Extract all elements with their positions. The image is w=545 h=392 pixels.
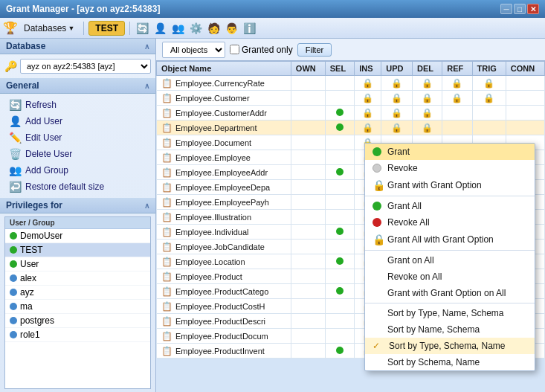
cell-sel[interactable] — [325, 225, 355, 240]
cell-own[interactable] — [291, 180, 325, 195]
ctx-grant-option[interactable]: 🔒 Grant with Grant Option — [365, 176, 535, 194]
cell-own[interactable] — [291, 314, 325, 329]
privileges-collapse-icon[interactable]: ∧ — [144, 202, 149, 210]
cell-upd[interactable]: 🔒 — [381, 106, 413, 121]
filter-button[interactable]: Filter — [297, 43, 332, 57]
cell-sel[interactable] — [325, 284, 355, 299]
cell-del[interactable]: 🔒 — [413, 76, 442, 91]
cell-conn[interactable] — [506, 106, 544, 121]
cell-own[interactable] — [291, 210, 325, 225]
sidebar-item-restore-size[interactable]: ↩️ Restore default size — [6, 179, 149, 195]
user2-toolbar-button[interactable]: 🧑 — [206, 20, 222, 36]
granted-only-checkbox[interactable] — [230, 45, 239, 54]
list-item[interactable]: postgres — [5, 314, 150, 328]
database-collapse-icon[interactable]: ∧ — [144, 42, 149, 51]
ctx-grant[interactable]: Grant — [365, 144, 535, 160]
cell-conn[interactable] — [506, 91, 544, 106]
ctx-sort-name-schema[interactable]: Sort by Name, Schema — [365, 321, 535, 338]
cell-sel[interactable] — [325, 165, 355, 180]
cell-own[interactable] — [291, 150, 325, 165]
table-row[interactable]: 📋Employee.Department 🔒 🔒 🔒 — [157, 121, 545, 135]
cell-sel[interactable] — [325, 76, 355, 91]
privileges-list[interactable]: User / Group DemoUser TEST User alex — [4, 216, 151, 389]
menu-databases[interactable]: Databases ▼ — [19, 22, 79, 35]
cell-sel[interactable] — [325, 91, 355, 106]
cell-own[interactable] — [291, 269, 325, 284]
cell-ins[interactable]: 🔒 — [355, 76, 381, 91]
cell-own[interactable] — [291, 225, 325, 240]
cell-trig[interactable] — [472, 106, 506, 121]
cell-sel[interactable] — [325, 210, 355, 225]
cell-sel[interactable] — [325, 180, 355, 195]
settings-toolbar-button[interactable]: ⚙️ — [188, 20, 204, 36]
cell-sel[interactable] — [325, 254, 355, 269]
cell-ins[interactable]: 🔒 — [355, 121, 381, 135]
cell-own[interactable] — [291, 254, 325, 269]
cell-ref[interactable] — [442, 106, 472, 121]
table-row[interactable]: 📋Employee.CurrencyRate 🔒 🔒 🔒 🔒 🔒 — [157, 76, 545, 91]
cell-sel[interactable] — [325, 344, 355, 359]
table-container[interactable]: Object Name OWN SEL INS UPD DEL REF TRIG… — [156, 61, 545, 392]
cell-sel[interactable] — [325, 329, 355, 344]
cell-sel[interactable] — [325, 240, 355, 254]
cell-sel[interactable] — [325, 106, 355, 121]
cell-own[interactable] — [291, 344, 325, 359]
cell-sel[interactable] — [325, 269, 355, 284]
cell-conn[interactable] — [506, 121, 544, 135]
minimize-button[interactable]: ─ — [500, 4, 512, 14]
cell-sel[interactable] — [325, 299, 355, 314]
refresh-toolbar-button[interactable]: 🔄 — [135, 20, 151, 36]
cell-sel[interactable] — [325, 150, 355, 165]
list-item[interactable]: role1 — [5, 328, 150, 342]
ctx-grant-option-on-all[interactable]: Grant with Grant Option on All — [365, 285, 535, 301]
cell-own[interactable] — [291, 91, 325, 106]
cell-upd[interactable]: 🔒 — [381, 91, 413, 106]
list-item[interactable]: DemoUser — [5, 229, 150, 243]
add-user-toolbar-button[interactable]: 👤 — [152, 20, 169, 36]
table-row[interactable]: 📋Employee.CustomerAddr 🔒 🔒 🔒 — [157, 106, 545, 121]
cell-sel[interactable] — [325, 135, 355, 150]
cell-upd[interactable]: 🔒 — [381, 121, 413, 135]
info-toolbar-button[interactable]: ℹ️ — [242, 20, 258, 36]
cell-del[interactable]: 🔒 — [413, 121, 442, 135]
database-select[interactable]: ayz on ayz2:54383 [ayz] — [20, 59, 151, 74]
object-type-select[interactable]: All objects — [162, 42, 225, 58]
ctx-sort-schema-name[interactable]: Sort by Schema, Name — [365, 354, 535, 370]
maximize-button[interactable]: □ — [514, 4, 526, 14]
ctx-revoke-on-all[interactable]: Revoke on All — [365, 269, 535, 285]
cell-own[interactable] — [291, 165, 325, 180]
cell-own[interactable] — [291, 106, 325, 121]
test-button[interactable]: TEST — [88, 21, 125, 36]
list-item[interactable]: ayz — [5, 286, 150, 300]
cell-own[interactable] — [291, 299, 325, 314]
cell-sel[interactable] — [325, 314, 355, 329]
cell-trig[interactable]: 🔒 — [472, 91, 506, 106]
cell-own[interactable] — [291, 195, 325, 210]
user3-toolbar-button[interactable]: 👨 — [224, 20, 240, 36]
cell-trig[interactable] — [472, 121, 506, 135]
ctx-sort-type-name-schema[interactable]: Sort by Type, Name, Schema — [365, 305, 535, 321]
cell-del[interactable]: 🔒 — [413, 106, 442, 121]
cell-ref[interactable]: 🔒 — [442, 91, 472, 106]
sidebar-item-refresh[interactable]: 🔄 Refresh — [6, 97, 149, 113]
list-item[interactable]: ma — [5, 300, 150, 314]
cell-ref[interactable]: 🔒 — [442, 76, 472, 91]
cell-own[interactable] — [291, 240, 325, 254]
cell-sel[interactable] — [325, 195, 355, 210]
cell-trig[interactable]: 🔒 — [472, 76, 506, 91]
cell-own[interactable] — [291, 121, 325, 135]
cell-own[interactable] — [291, 135, 325, 150]
ctx-grant-all[interactable]: Grant All — [365, 198, 535, 214]
sidebar-item-add-group[interactable]: 👥 Add Group — [6, 162, 149, 179]
close-button[interactable]: ✕ — [527, 4, 539, 14]
list-item[interactable]: User — [5, 257, 150, 271]
ctx-revoke[interactable]: Revoke — [365, 160, 535, 176]
cell-ins[interactable]: 🔒 — [355, 91, 381, 106]
sidebar-item-add-user[interactable]: 👤 Add User — [6, 113, 149, 129]
cell-conn[interactable] — [506, 76, 544, 91]
cell-ref[interactable] — [442, 121, 472, 135]
cell-own[interactable] — [291, 76, 325, 91]
group-toolbar-button[interactable]: 👥 — [170, 20, 187, 36]
cell-own[interactable] — [291, 329, 325, 344]
ctx-grant-all-option[interactable]: 🔒 Grant All with Grant Option — [365, 231, 535, 248]
